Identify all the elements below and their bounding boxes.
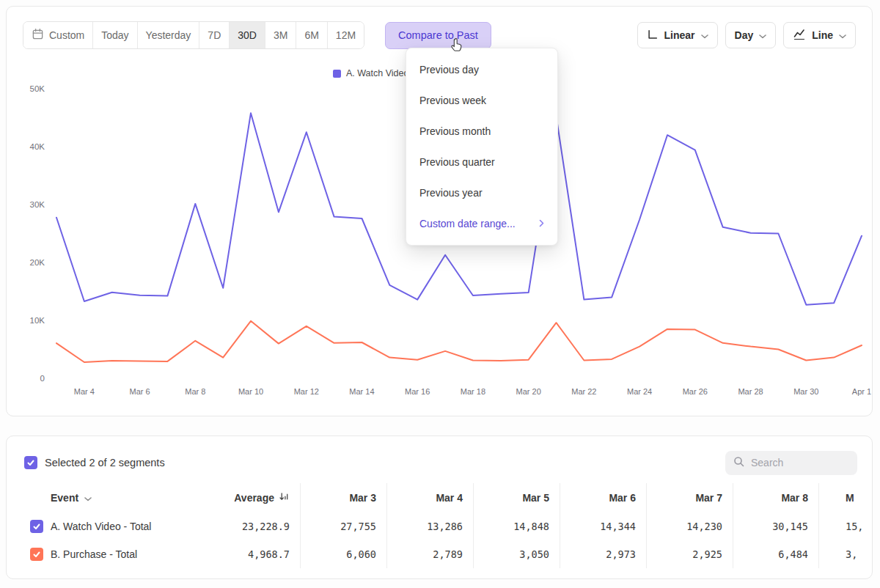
- range-3m-button[interactable]: 3M: [265, 22, 296, 48]
- svg-text:Mar 14: Mar 14: [349, 387, 374, 396]
- compare-to-past-menu: Previous day Previous week Previous mont…: [406, 48, 558, 246]
- custom-date-range-label: Custom date range...: [419, 218, 516, 229]
- calendar-icon: [32, 28, 44, 43]
- svg-text:Mar 24: Mar 24: [627, 387, 652, 396]
- table-row-purchase: B. Purchase - Total 4,968.7 6,060 2,789 …: [7, 540, 873, 568]
- range-yesterday-button[interactable]: Yesterday: [138, 22, 200, 48]
- column-header-mar6[interactable]: Mar 6: [560, 483, 646, 512]
- cursor-pointer: [449, 37, 465, 56]
- svg-text:Apr 1: Apr 1: [852, 387, 871, 396]
- cell-value-clipped: 3,: [818, 540, 873, 568]
- svg-text:Mar 22: Mar 22: [571, 387, 596, 396]
- table-row-watch-video: A. Watch Video - Total 23,228.9 27,755 1…: [7, 512, 873, 540]
- range-6m-button[interactable]: 6M: [296, 22, 327, 48]
- cell-value: 3,050: [473, 540, 560, 568]
- interval-dropdown-button[interactable]: Day: [725, 22, 777, 48]
- chart-toolbar: Custom Today Yesterday 7D 30D 3M 6M 12M …: [23, 21, 856, 49]
- select-all-checkbox[interactable]: [24, 456, 37, 469]
- menu-item-custom-date-range[interactable]: Custom date range...: [406, 208, 557, 239]
- column-header-clipped[interactable]: M: [818, 483, 873, 512]
- range-30d-button[interactable]: 30D: [230, 22, 265, 48]
- row-event-cell: A. Watch Video - Total: [7, 512, 214, 540]
- column-header-mar8[interactable]: Mar 8: [733, 483, 818, 512]
- menu-item-previous-day[interactable]: Previous day: [406, 54, 557, 85]
- cell-value: 13,286: [386, 512, 473, 540]
- menu-item-previous-year[interactable]: Previous year: [406, 177, 557, 208]
- svg-text:30K: 30K: [30, 200, 45, 209]
- chart-type-dropdown-button[interactable]: Line: [783, 22, 856, 48]
- date-range-group: Custom Today Yesterday 7D 30D 3M 6M 12M: [23, 21, 364, 49]
- svg-text:40K: 40K: [30, 142, 45, 151]
- segments-table-card: Selected 2 of 2 segments Event Average M…: [6, 436, 873, 579]
- cell-value: 14,344: [560, 512, 646, 540]
- chevron-right-icon: [539, 218, 544, 229]
- row-checkbox-watch-video[interactable]: [30, 520, 43, 533]
- scale-dropdown-button[interactable]: Linear: [637, 22, 718, 48]
- axes-icon: [647, 29, 659, 43]
- sort-descending-icon: [279, 491, 290, 504]
- cell-value: 6,060: [300, 540, 386, 568]
- compare-to-past-button[interactable]: Compare to Past: [385, 22, 491, 49]
- cell-value-clipped: 15,: [818, 512, 873, 540]
- svg-text:Mar 20: Mar 20: [516, 387, 541, 396]
- table-header-row: Event Average Mar 3 Mar 4 Mar 5 Mar 6 Ma…: [7, 483, 873, 512]
- scale-label: Linear: [664, 29, 695, 41]
- svg-text:Mar 4: Mar 4: [74, 387, 95, 396]
- chevron-down-icon: [759, 29, 766, 41]
- menu-item-previous-month[interactable]: Previous month: [406, 116, 557, 147]
- cell-value: 30,145: [733, 512, 818, 540]
- range-custom-button[interactable]: Custom: [23, 22, 93, 48]
- cell-value: 6,484: [733, 540, 818, 568]
- svg-text:10K: 10K: [30, 316, 45, 325]
- cell-average: 4,968.7: [214, 540, 300, 568]
- cell-value: 2,925: [646, 540, 733, 568]
- chevron-down-icon: [701, 29, 708, 41]
- line-chart-icon: [793, 29, 806, 43]
- interval-label: Day: [735, 29, 754, 41]
- menu-item-previous-week[interactable]: Previous week: [406, 85, 557, 116]
- svg-text:Mar 8: Mar 8: [185, 387, 205, 396]
- cell-average: 23,228.9: [214, 512, 300, 540]
- range-today-button[interactable]: Today: [93, 22, 137, 48]
- menu-item-previous-quarter[interactable]: Previous quarter: [406, 147, 557, 177]
- column-header-average[interactable]: Average: [214, 483, 300, 512]
- column-header-mar3[interactable]: Mar 3: [300, 483, 386, 512]
- svg-text:50K: 50K: [30, 84, 45, 93]
- column-header-mar4[interactable]: Mar 4: [386, 483, 473, 512]
- svg-text:Mar 18: Mar 18: [461, 387, 485, 396]
- table-top-bar: Selected 2 of 2 segments: [7, 436, 872, 476]
- cell-value: 14,230: [646, 512, 733, 540]
- svg-text:20K: 20K: [30, 258, 45, 267]
- svg-text:Mar 6: Mar 6: [130, 387, 150, 396]
- analytics-dashboard: { "toolbar": { "ranges": [ {"label": "Cu…: [0, 0, 880, 588]
- cell-value: 27,755: [300, 512, 386, 540]
- chevron-down-icon: [84, 492, 92, 504]
- range-7d-button[interactable]: 7D: [199, 22, 230, 48]
- selected-segments-text: Selected 2 of 2 segments: [45, 457, 165, 468]
- chart-type-label: Line: [812, 29, 833, 41]
- column-header-mar7[interactable]: Mar 7: [646, 483, 733, 512]
- row-checkbox-purchase[interactable]: [30, 548, 43, 561]
- svg-text:Mar 10: Mar 10: [238, 387, 263, 396]
- range-12m-button[interactable]: 12M: [328, 22, 364, 48]
- cell-value: 14,848: [473, 512, 560, 540]
- row-label: B. Purchase - Total: [51, 548, 137, 560]
- cell-value: 2,973: [560, 540, 646, 568]
- column-header-event[interactable]: Event: [7, 483, 214, 512]
- row-label: A. Watch Video - Total: [51, 521, 151, 532]
- search-icon: [733, 455, 745, 471]
- svg-text:Mar 16: Mar 16: [405, 387, 430, 396]
- search-box: [725, 451, 857, 475]
- cell-value: 2,789: [386, 540, 473, 568]
- chevron-down-icon: [839, 29, 846, 41]
- range-custom-label: Custom: [49, 29, 84, 41]
- series-a-swatch: [333, 70, 341, 78]
- svg-text:Mar 28: Mar 28: [738, 387, 763, 396]
- svg-text:Mar 30: Mar 30: [793, 387, 818, 396]
- svg-text:Mar 26: Mar 26: [683, 387, 708, 396]
- row-event-cell: B. Purchase - Total: [7, 540, 214, 568]
- svg-text:Mar 12: Mar 12: [294, 387, 319, 396]
- chart-display-controls: Linear Day Line: [637, 22, 856, 48]
- search-input[interactable]: [751, 457, 850, 468]
- column-header-mar5[interactable]: Mar 5: [473, 483, 560, 512]
